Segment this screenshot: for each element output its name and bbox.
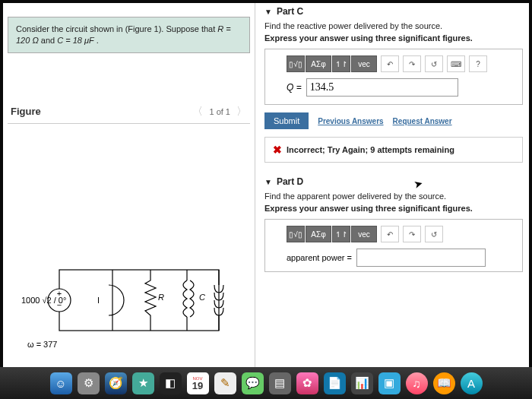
photos-icon[interactable]: ✿ bbox=[296, 372, 318, 394]
template-button[interactable]: ▯√▯ bbox=[287, 55, 305, 72]
redo-button[interactable]: ↷ bbox=[403, 226, 421, 242]
end-text: . bbox=[97, 36, 99, 45]
formula-toolbar: ▯√▯ ΑΣφ ↿↾ vec ↶ ↷ ↺ bbox=[287, 226, 516, 242]
safari-icon[interactable]: 🧭 bbox=[105, 372, 127, 394]
subscript-button[interactable]: ↿↾ bbox=[332, 226, 350, 242]
reset-button[interactable]: ↺ bbox=[425, 55, 443, 72]
calendar-icon[interactable]: NOV 19 bbox=[187, 372, 209, 394]
template-button[interactable]: ▯√▯ bbox=[287, 226, 305, 242]
itunes-icon[interactable]: ♫ bbox=[406, 372, 428, 394]
messages-icon[interactable]: 💬 bbox=[242, 372, 264, 394]
part-c-answer-box: ▯√▯ ΑΣφ ↿↾ vec ↶ ↷ ↺ ⌨ ? Q = bbox=[264, 49, 523, 105]
vector-button[interactable]: vec bbox=[351, 226, 377, 242]
app-icon[interactable]: ◧ bbox=[160, 372, 182, 394]
variable-q: Q = bbox=[287, 82, 302, 93]
given-c: C = 18 μF bbox=[57, 36, 94, 45]
request-answer-link[interactable]: Request Answer bbox=[393, 117, 452, 125]
finder-icon[interactable]: ☺ bbox=[50, 372, 72, 394]
symbols-button[interactable]: ΑΣφ bbox=[306, 55, 331, 72]
chevron-left-icon[interactable]: 〈 bbox=[192, 105, 203, 119]
source-label: 1000 √2 / 0° bbox=[21, 296, 66, 305]
figure-counter: 1 of 1 bbox=[209, 107, 230, 116]
redo-button[interactable]: ↷ bbox=[403, 55, 421, 72]
and-text: and bbox=[41, 36, 57, 45]
part-d-title: Part D bbox=[277, 176, 303, 187]
subscript-button[interactable]: ↿↾ bbox=[332, 55, 350, 72]
symbols-button[interactable]: ΑΣφ bbox=[306, 226, 331, 242]
submit-button[interactable]: Submit bbox=[264, 112, 309, 129]
feedback-box: ✖ Incorrect; Try Again; 9 attempts remai… bbox=[264, 137, 523, 163]
part-d-prompt: Find the apparent power delivered by the… bbox=[264, 192, 523, 201]
help-button[interactable]: ? bbox=[469, 55, 487, 72]
i-label: I bbox=[97, 296, 100, 305]
previous-answers-link[interactable]: Previous Answers bbox=[318, 117, 383, 125]
left-panel: Consider the circuit shown in (Figure 1)… bbox=[3, 3, 255, 367]
problem-statement: Consider the circuit shown in (Figure 1)… bbox=[8, 17, 250, 53]
reset-button[interactable]: ↺ bbox=[425, 226, 443, 242]
app-icon[interactable]: ★ bbox=[132, 372, 154, 394]
right-panel: ▼ Part C Find the reactive power deliver… bbox=[255, 3, 529, 367]
caret-down-icon[interactable]: ▼ bbox=[264, 8, 272, 16]
part-c-title: Part C bbox=[277, 6, 303, 17]
ibooks-icon[interactable]: 📖 bbox=[433, 372, 455, 394]
intro-text: Consider the circuit shown in (Figure 1)… bbox=[16, 24, 217, 33]
app-icon[interactable]: ▣ bbox=[378, 372, 401, 394]
part-d-input[interactable] bbox=[356, 249, 486, 267]
figure-nav: 〈 1 of 1 〉 bbox=[192, 105, 247, 119]
part-d-answer-box: ▯√▯ ΑΣφ ↿↾ vec ↶ ↷ ↺ apparent power = bbox=[264, 219, 523, 272]
notes-icon[interactable]: ✎ bbox=[214, 372, 236, 394]
r-label: R bbox=[158, 293, 164, 302]
part-c-input[interactable] bbox=[306, 78, 458, 97]
omega-label: ω = 377 bbox=[27, 340, 57, 349]
part-c-prompt: Find the reactive power delivered by the… bbox=[264, 21, 523, 30]
caret-down-icon[interactable]: ▼ bbox=[264, 178, 272, 186]
feedback-text: Incorrect; Try Again; 9 attempts remaini… bbox=[287, 145, 454, 154]
formula-toolbar: ▯√▯ ΑΣφ ↿↾ vec ↶ ↷ ↺ ⌨ ? bbox=[287, 55, 516, 72]
divider bbox=[8, 123, 250, 124]
part-d-format: Express your answer using three signific… bbox=[264, 204, 523, 213]
appstore-icon[interactable]: A bbox=[461, 372, 483, 394]
chart-icon[interactable]: 📊 bbox=[351, 372, 373, 394]
incorrect-icon: ✖ bbox=[273, 144, 282, 156]
figure-title: Figure bbox=[11, 106, 41, 117]
svg-rect-0 bbox=[59, 270, 219, 331]
c-label: C bbox=[199, 293, 205, 302]
app-icon[interactable]: 📄 bbox=[324, 372, 346, 394]
undo-button[interactable]: ↶ bbox=[381, 55, 399, 72]
undo-button[interactable]: ↶ bbox=[381, 226, 399, 242]
vector-button[interactable]: vec bbox=[351, 55, 377, 72]
variable-apparent: apparent power = bbox=[287, 253, 352, 262]
macos-dock: ☺ ⚙ 🧭 ★ ◧ NOV 19 ✎ 💬 ▤ ✿ 📄 📊 ▣ ♫ 📖 A bbox=[0, 367, 532, 399]
keyboard-button[interactable]: ⌨ bbox=[447, 55, 465, 72]
app-icon[interactable]: ▤ bbox=[269, 372, 291, 394]
chevron-right-icon[interactable]: 〉 bbox=[236, 105, 247, 119]
part-c-format: Express your answer using three signific… bbox=[264, 33, 523, 43]
app-icon[interactable]: ⚙ bbox=[78, 372, 100, 394]
circuit-diagram: + − 1000 √2 / 0° ω = 377 I R C bbox=[21, 249, 242, 363]
